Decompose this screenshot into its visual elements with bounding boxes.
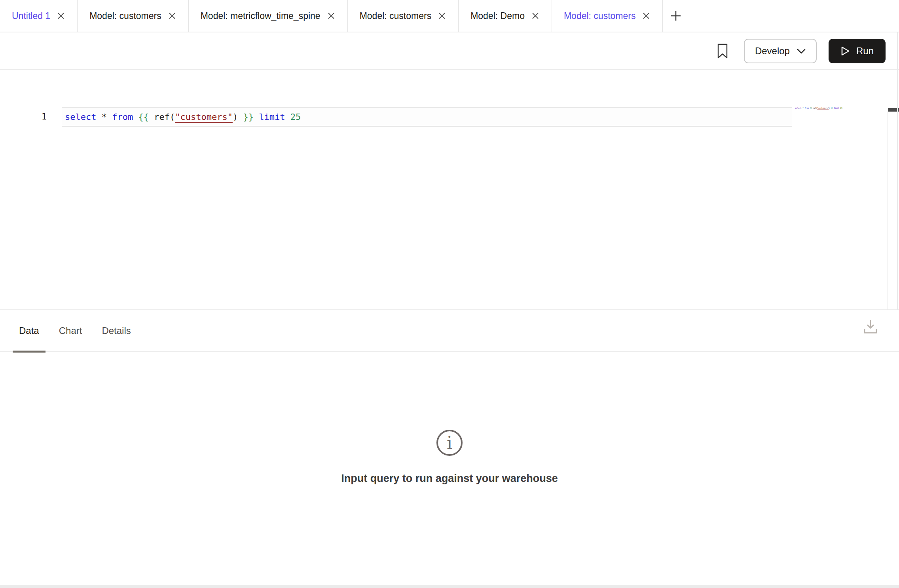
play-icon <box>840 46 850 56</box>
bottom-edge-strip <box>0 585 899 588</box>
results-panel: DataChartDetails i Input query to run ag… <box>0 309 899 585</box>
close-tab-icon[interactable] <box>438 11 446 20</box>
line-number: 1 <box>0 108 47 126</box>
tab-bar-tabs: Untitled 1Model: customersModel: metricf… <box>0 0 663 32</box>
close-tab-icon[interactable] <box>168 11 176 20</box>
download-results-button[interactable] <box>863 318 878 335</box>
editor-tab[interactable]: Model: metricflow_time_spine <box>189 0 348 32</box>
results-tab-data[interactable]: Data <box>13 310 46 352</box>
editor-tab[interactable]: Model: customers <box>552 0 663 32</box>
close-tab-icon[interactable] <box>327 11 336 20</box>
tab-label: Untitled 1 <box>12 11 50 21</box>
tab-bar: Untitled 1Model: customersModel: metricf… <box>0 0 899 32</box>
bookmark-icon <box>716 43 729 59</box>
editor-tab[interactable]: Untitled 1 <box>0 0 78 32</box>
develop-menu-button[interactable]: Develop <box>744 39 817 63</box>
plus-icon <box>670 9 682 22</box>
tab-label: Model: customers <box>360 11 432 21</box>
editor-tab[interactable]: Model: customers <box>78 0 189 32</box>
chevron-down-icon <box>797 48 806 54</box>
results-empty-state: i Input query to run against your wareho… <box>0 429 899 485</box>
run-button[interactable]: Run <box>829 39 886 63</box>
download-icon <box>863 318 878 335</box>
close-tab-icon[interactable] <box>531 11 540 20</box>
svg-text:i: i <box>447 433 452 453</box>
empty-state-message: Input query to run against your warehous… <box>0 472 899 485</box>
results-tab-chart[interactable]: Chart <box>53 310 89 352</box>
results-tabs-slot: DataChartDetails <box>13 310 137 352</box>
bookmark-button[interactable] <box>716 43 729 59</box>
tab-label: Model: metricflow_time_spine <box>201 11 321 21</box>
minimap-code-line: select * from {{ ref("customers") }} lim… <box>795 107 887 109</box>
info-icon: i <box>436 429 463 458</box>
close-tab-icon[interactable] <box>57 11 65 20</box>
close-tab-icon[interactable] <box>642 11 651 20</box>
results-tab-details[interactable]: Details <box>95 310 137 352</box>
develop-label: Develop <box>755 46 790 57</box>
editor-tab[interactable]: Model: customers <box>348 0 459 32</box>
new-tab-button[interactable] <box>663 0 689 32</box>
tab-label: Model: customers <box>564 11 636 21</box>
tab-label: Model: Demo <box>470 11 525 21</box>
editor-tab[interactable]: Model: Demo <box>459 0 552 32</box>
toolbar: Develop Run <box>0 32 899 70</box>
editor-active-line[interactable]: select * from {{ ref("customers") }} lim… <box>62 107 792 127</box>
results-tab-bar: DataChartDetails <box>0 310 899 352</box>
tab-label: Model: customers <box>89 11 161 21</box>
ide-window: Untitled 1Model: customersModel: metricf… <box>0 0 899 588</box>
editor-minimap: select * from {{ ref("customers") }} lim… <box>795 107 887 131</box>
run-label: Run <box>856 46 874 57</box>
code-line: select * from {{ ref("customers") }} lim… <box>62 112 301 122</box>
code-editor[interactable]: 1 select * from {{ ref("customers") }} l… <box>0 70 899 309</box>
